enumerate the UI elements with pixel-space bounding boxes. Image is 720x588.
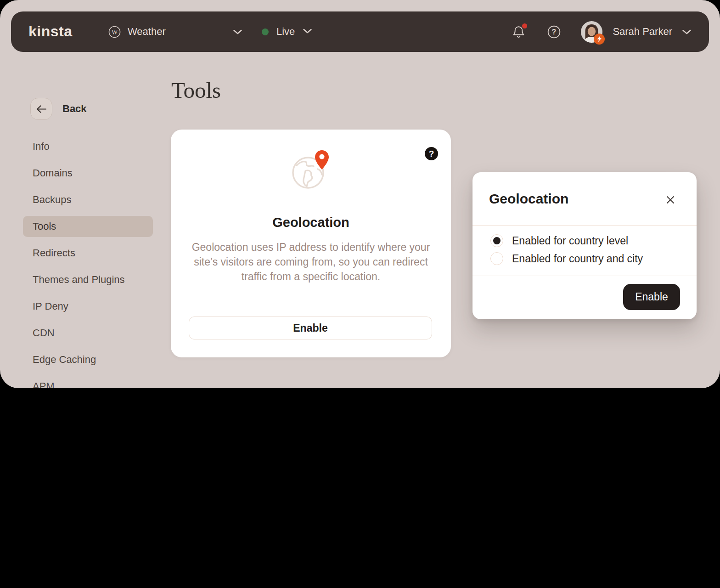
user-name: Sarah Parker xyxy=(613,26,672,38)
radio-label: Enabled for country level xyxy=(512,235,628,247)
globe-with-pin-icon xyxy=(291,149,331,193)
sidebar-item-edge-caching[interactable]: Edge Caching xyxy=(23,349,153,370)
page-title: Tools xyxy=(171,77,221,103)
chevron-down-icon xyxy=(303,28,312,36)
svg-text:?: ? xyxy=(552,28,557,36)
back-button[interactable] xyxy=(30,98,52,120)
topbar-actions: ? xyxy=(512,11,692,52)
geolocation-modal: Geolocation Enabled for country level En… xyxy=(472,172,697,319)
card-enable-button[interactable]: Enable xyxy=(189,317,432,339)
sidebar-menu: Info Domains Backups Tools Redirects The… xyxy=(23,136,153,388)
sidebar-item-cdn[interactable]: CDN xyxy=(23,322,153,344)
radio-label: Enabled for country and city xyxy=(512,253,643,265)
sidebar-item-redirects[interactable]: Redirects xyxy=(23,243,153,264)
question-circle-icon: ? xyxy=(547,25,561,39)
sidebar-item-backups[interactable]: Backups xyxy=(23,189,153,210)
geolocation-card: ? Geolocation Geolocation uses IP addres… xyxy=(171,130,451,357)
wordpress-icon: W xyxy=(108,26,121,38)
site-name: Weather xyxy=(128,26,166,38)
arrow-left-icon xyxy=(35,105,47,113)
kinsta-logo: kinsta xyxy=(28,23,72,40)
radio-button-icon xyxy=(490,252,503,265)
modal-close-button[interactable] xyxy=(665,195,675,205)
app-window: kinsta W Weather Live xyxy=(0,0,720,388)
sidebar-item-domains[interactable]: Domains xyxy=(23,163,153,184)
topbar: kinsta W Weather Live xyxy=(11,11,709,52)
svg-text:W: W xyxy=(112,28,118,35)
divider xyxy=(472,276,697,276)
help-button[interactable]: ? xyxy=(547,25,561,39)
user-avatar[interactable] xyxy=(581,21,602,43)
notifications-button[interactable] xyxy=(512,25,525,39)
close-icon xyxy=(666,195,675,204)
back-label: Back xyxy=(62,103,87,115)
radio-button-icon xyxy=(490,234,503,247)
sidebar-item-themes-and-plugins[interactable]: Themes and Plugins xyxy=(23,269,153,290)
site-selector-dropdown[interactable]: W Weather xyxy=(108,11,242,52)
sidebar-item-apm[interactable]: APM xyxy=(23,376,153,388)
radio-country-and-city[interactable]: Enabled for country and city xyxy=(490,252,643,265)
modal-enable-button[interactable]: Enable xyxy=(623,284,680,310)
radio-country-level[interactable]: Enabled for country level xyxy=(490,234,628,247)
environment-selector-dropdown[interactable]: Live xyxy=(262,11,312,52)
chevron-down-icon xyxy=(233,29,242,35)
sidebar-item-info[interactable]: Info xyxy=(23,136,153,157)
environment-name: Live xyxy=(276,26,295,38)
card-help-button[interactable]: ? xyxy=(425,147,438,160)
sidebar-item-tools[interactable]: Tools xyxy=(23,216,153,237)
live-status-dot xyxy=(262,28,269,35)
chevron-down-icon xyxy=(682,29,692,35)
card-title: Geolocation xyxy=(171,215,451,230)
modal-title: Geolocation xyxy=(489,191,568,207)
lightning-bolt-icon xyxy=(594,34,605,45)
divider xyxy=(472,225,697,226)
card-description: Geolocation uses IP address to identify … xyxy=(191,240,431,284)
screen: kinsta W Weather Live xyxy=(0,0,720,588)
sidebar-item-ip-deny[interactable]: IP Deny xyxy=(23,296,153,317)
user-menu-chevron[interactable] xyxy=(682,29,692,35)
notification-dot xyxy=(522,23,527,28)
